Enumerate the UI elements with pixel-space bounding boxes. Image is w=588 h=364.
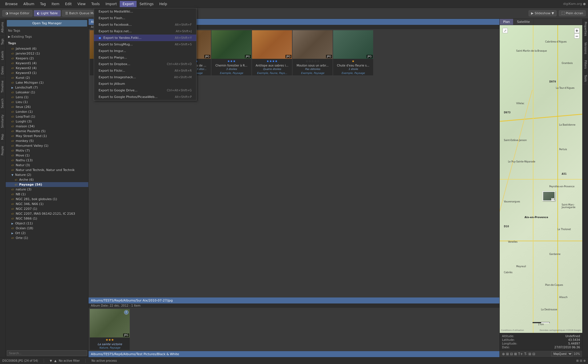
tag-item-monkey-5[interactable]: 🏷monkey (5) (6, 138, 88, 143)
map-tab-plan[interactable]: Plan (500, 19, 513, 25)
tag-item-motiv-7[interactable]: 🏷Motiv (7) (6, 148, 88, 153)
tag-item-ngc-2207-1[interactable]: 🏷NGC 2207 (1) (6, 206, 88, 211)
tag-item-paysage-54[interactable]: 🏷Paysage (54) (6, 182, 88, 187)
menu-tools[interactable]: Tools (89, 1, 103, 7)
tag-item-nature-2[interactable]: ▼Nature (2) (6, 172, 88, 177)
photo-item-8[interactable]: ↑ JPG ★★★ La sainte victoire Nature, Pay… (90, 309, 130, 350)
tag-item-orte-1[interactable]: 🏷Orte (1) (6, 236, 88, 240)
map-icon-5[interactable]: T+ (518, 352, 523, 356)
tag-item-arche-6[interactable]: 🏷Arche (6) (6, 177, 88, 182)
sidebar-tab-map[interactable]: Map (0, 131, 5, 143)
map-photo-pin[interactable]: 1 (543, 191, 555, 201)
open-tag-manager-button[interactable]: Open Tag Manager (7, 20, 87, 27)
right-tab-versions[interactable]: Versions (583, 39, 588, 57)
map-icon-4[interactable]: ⊠ (514, 352, 517, 356)
photo-item-7[interactable]: JPG ★ Chute d'eau fleurie s... 1 étoile … (333, 30, 373, 75)
status-icon-3[interactable]: ⊕ (583, 359, 586, 362)
tag-item-object-11[interactable]: ▶Object (11) (6, 221, 88, 226)
tag-item-london-1[interactable]: 🏷London (1) (6, 109, 88, 114)
map-provider-select[interactable]: MapQuest (551, 351, 573, 356)
sidebar-tab-timeline[interactable]: Timeline (0, 77, 5, 96)
tag-item-lieu-1[interactable]: 🏷Lieu (1) (6, 100, 88, 104)
tag-item-keyword1-4[interactable]: 🏷Keyword1 (4) (6, 61, 88, 66)
map-expand-button[interactable]: ⤢ (503, 28, 508, 33)
photo-item-4[interactable]: JPG ★★★ Chemin forestier à R... 3 étoile… (211, 30, 251, 75)
tag-item-ngc-346,-n66-1[interactable]: 🏷NGC 346, N66 (1) (6, 202, 88, 206)
tag-item-monument-valley-1[interactable]: 🏷Monument Valley (1) (6, 143, 88, 148)
menu-help[interactable]: Help (156, 1, 170, 7)
map-zoom-out-button[interactable]: − (574, 33, 579, 39)
sidebar-tab-albums[interactable]: Albums (0, 19, 5, 35)
tag-item-lake-michigan-1[interactable]: 🏷Lake Michigan (1) (6, 80, 88, 85)
tag-item-ngc-2207,-iras-06142[interactable]: 🏷NGC 2207, IRAS 06142-2121, IC 2163 (6, 211, 88, 216)
tab-image-editor[interactable]: ◑ Image Editor (2, 10, 33, 17)
right-tab-properties[interactable]: Properties (583, 19, 588, 39)
tag-item-luoghi-3[interactable]: 🏷Luoghi (3) (6, 119, 88, 124)
tag-item-ngc-281,-bok-globule[interactable]: 🏷NGC 281, bok globules (1) (6, 197, 88, 202)
tag-item-jahreszeit-6[interactable]: 🏷Jahreszeit (6) (6, 46, 88, 51)
menu-view[interactable]: View (75, 1, 88, 7)
tag-item-natur-3[interactable]: 🏷Natur (3) (6, 163, 88, 168)
status-icon-2[interactable]: ⊟ (580, 359, 582, 362)
menu-edit[interactable]: Edit (62, 1, 75, 7)
tag-item-keepers-2[interactable]: 🏷Keepers (2) (6, 56, 88, 61)
menu-item[interactable]: Item (49, 1, 62, 7)
tag-item-lens-1[interactable]: 🏷Lens (1) (6, 95, 88, 100)
export-flash[interactable]: Export to Flash... (94, 15, 196, 21)
tag-item-nature-3[interactable]: 🏷nature (3) (6, 187, 88, 192)
menu-browse[interactable]: Browse (2, 1, 21, 7)
tag-item-nathu-13[interactable]: 🏷Nathu (13) (6, 158, 88, 163)
sidebar-tab-search[interactable]: Search (0, 95, 5, 111)
slideshow-button[interactable]: ▶ Slideshow ▼ (529, 10, 557, 16)
map-icon-1[interactable]: ⊕ (502, 352, 505, 356)
tag-item-keyword2-4[interactable]: 🏷Keyword2 (4) (6, 66, 88, 71)
sidebar-tab-tags[interactable]: Tags (0, 35, 5, 48)
menu-tag[interactable]: Tag (37, 1, 49, 7)
map-icon-8[interactable]: ⊟ (532, 352, 535, 356)
tag-item-may-street-pond-1[interactable]: 🏷May Street Pond (1) (6, 134, 88, 138)
map-tab-satellite[interactable]: Satellite (513, 19, 533, 25)
right-tab-tools[interactable]: Tools (583, 72, 588, 85)
tag-item-move-1[interactable]: 🏷Move (1) (6, 153, 88, 158)
map-icon-7[interactable]: ⊞ (528, 352, 531, 356)
tag-item-leksaker-1[interactable]: 🏷Leksaker (1) (6, 90, 88, 95)
tab-light-table[interactable]: ◐ Light Table (34, 10, 61, 17)
export-flickr[interactable]: Export to Flickr... Alt+Shift+R (94, 67, 196, 74)
right-tab-filters[interactable]: Filters (583, 57, 588, 72)
tag-item-ort-2[interactable]: ▶Ort (2) (6, 231, 88, 236)
fullscreen-button[interactable]: ⛶ Plein écran (559, 10, 586, 16)
map-icon-2[interactable]: ⊞ (506, 352, 509, 356)
menu-album[interactable]: Album (21, 1, 37, 7)
map-icon-3[interactable]: ⊟ (510, 352, 513, 356)
photo-item-5[interactable]: JPG ★★★★ Antilope aux sabres i... Quatre… (252, 30, 292, 75)
tag-item-kunst-2[interactable]: 🏷Kunst (2) (6, 75, 88, 80)
export-smugmug[interactable]: Export to SmugMug... Alt+Shift+S (94, 41, 196, 48)
sidebar-tab-labels[interactable]: Labels (0, 48, 5, 63)
export-google-photos[interactable]: Export to Google Photos/PicasaWeb... Alt… (94, 94, 196, 100)
existing-tags-item[interactable]: Existing Tags (6, 34, 88, 40)
export-dropbox[interactable]: Export to Dropbox... Ctrl+Alt+Shift+D (94, 61, 196, 67)
menu-export[interactable]: Export (120, 1, 137, 7)
status-icon-1[interactable]: ⊞ (576, 359, 579, 362)
export-imageshack[interactable]: Export to Imageshack... Alt+Shift+M (94, 74, 196, 81)
tag-search-input[interactable] (7, 350, 87, 356)
tag-item-janvier2012-1[interactable]: 🏷janvier2012 (1) (6, 51, 88, 56)
export-imgur[interactable]: Export to Imgur... (94, 48, 196, 54)
tag-item-landschaft-7[interactable]: ▶Landschaft (7) (6, 85, 88, 90)
sidebar-tab-similarity[interactable]: Similarity (0, 111, 5, 131)
tag-item-looptrail-1[interactable]: 🏷LoopTrail (1) (6, 114, 88, 119)
tag-item-lieux-26[interactable]: 🏷lieux (26) (6, 104, 88, 109)
export-facebook[interactable]: Export to Facebook... Alt+Shift+F (94, 21, 196, 28)
photo-item-6[interactable]: JPG ☆☆☆☆☆ Mouton sous un arbr... Pas dét… (293, 30, 333, 75)
tag-item-nb-1[interactable]: 🏷NB (1) (6, 192, 88, 197)
tag-item-océan-18[interactable]: 🏷Océan (18) (6, 226, 88, 231)
export-piwigo[interactable]: Export to Piwigo... (94, 54, 196, 61)
sidebar-tab-dates[interactable]: Dates (0, 63, 5, 77)
export-yandex[interactable]: ● Export to Yandex.Fotki... Alt+Shift+Y (94, 35, 196, 41)
map-icon-6[interactable]: T- (524, 352, 527, 356)
menu-import[interactable]: Import (103, 1, 120, 7)
export-google-drive[interactable]: Export to Google Drive... Ctrl+Alt+Shift… (94, 87, 196, 94)
tag-item-keyword3-1[interactable]: 🏷Keyword3 (1) (6, 71, 88, 75)
tag-item-ngc-5866-1[interactable]: 🏷NGC 5866 (1) (6, 216, 88, 221)
map-zoom-in-button[interactable]: + (574, 28, 579, 33)
